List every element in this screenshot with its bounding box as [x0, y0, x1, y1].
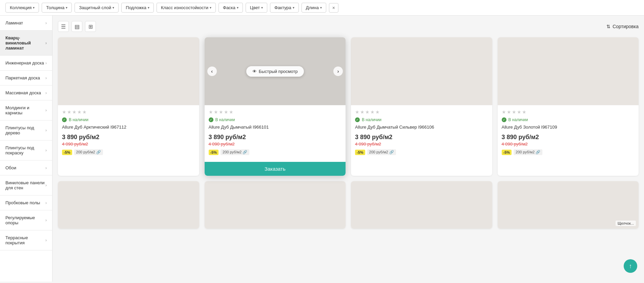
star-5: ★ — [82, 109, 87, 115]
filter-color[interactable]: Цвет ▾ — [246, 3, 267, 13]
arrow-icon: › — [45, 238, 47, 243]
installment-badge-2: 200 руб/м2 🔗 — [221, 149, 249, 155]
discount-row-1: -5% 200 руб/м2 🔗 — [62, 149, 195, 155]
product-image-3 — [351, 37, 492, 105]
sidebar-item-parquet-board-label: Паркетная доска — [5, 75, 40, 80]
quick-view-button-2[interactable]: 👁 Быстрый просмотр — [246, 66, 304, 77]
star-2: ★ — [214, 109, 218, 115]
sidebar-item-vinyl-panels[interactable]: Виниловые панели для стен › — [0, 175, 52, 195]
product-image-2: ‹ 👁 Быстрый просмотр › — [205, 37, 346, 105]
view-controls: ☰ ▤ ⊞ ⇅ Сортировка — [58, 21, 639, 32]
discount-badge-4: -5% — [502, 150, 512, 155]
product-name-3[interactable]: Allure Дуб Дымчатый Сильвер I966106 — [355, 124, 488, 130]
arrow-icon: › — [45, 21, 47, 25]
product-card-7 — [351, 181, 492, 229]
sidebar-item-plinth-paint[interactable]: Плинтусы под покраску › — [0, 140, 52, 161]
filter-texture-label: Фактура — [274, 5, 291, 10]
star-4: ★ — [77, 109, 82, 115]
filter-protective-layer-label: Защитный слой — [79, 5, 111, 10]
view-list-rows-button[interactable]: ☰ — [58, 21, 69, 32]
sidebar-item-moldings[interactable]: Молдинги и карнизы › — [0, 100, 52, 120]
arrow-icon: › — [45, 148, 47, 153]
price-current-1: 3 890 руб/м2 — [62, 134, 195, 141]
scroll-to-top-button[interactable]: ↑ — [624, 259, 637, 273]
filter-bevel[interactable]: Фаска ▾ — [219, 3, 243, 13]
product-name-1[interactable]: Allure Дуб Арктический I967112 — [62, 124, 195, 130]
view-list-button[interactable]: ▤ — [71, 21, 82, 32]
star-3: ★ — [512, 109, 516, 115]
filter-thickness[interactable]: Толщина ▾ — [42, 3, 72, 13]
sidebar-item-cork-floors-label: Пробковые полы — [5, 200, 40, 205]
sidebar-item-adjustable-supports[interactable]: Регулируемые опоры › — [0, 210, 52, 230]
chevron-down-icon: ▾ — [33, 6, 35, 10]
list-rows-icon: ☰ — [61, 23, 66, 30]
sidebar-item-parquet-board[interactable]: Паркетная доска › — [0, 71, 52, 86]
filter-wear-class[interactable]: Класс износостойкости ▾ — [157, 3, 216, 13]
prev-image-button-2[interactable]: ‹ — [207, 67, 217, 76]
star-4: ★ — [517, 109, 521, 115]
product-image-6 — [205, 181, 346, 229]
sidebar-item-quartz-vinyl[interactable]: Кварц-виниловый ламинат › — [0, 31, 52, 56]
availability-label-1: В наличии — [69, 117, 88, 122]
star-5: ★ — [229, 109, 233, 115]
filter-length[interactable]: Длина ▾ — [302, 3, 326, 13]
filter-substrate[interactable]: Подложка ▾ — [121, 3, 154, 13]
arrow-icon: › — [45, 41, 47, 45]
sidebar-item-cork-floors[interactable]: Пробковые полы › — [0, 195, 52, 210]
arrow-icon: › — [45, 91, 47, 95]
sort-icon: ⇅ — [606, 24, 610, 29]
sidebar-item-plinth-paint-label: Плинтусы под покраску — [5, 145, 45, 155]
filter-length-label: Длина — [306, 5, 319, 10]
availability-dot-4 — [502, 117, 506, 122]
arrow-icon: › — [45, 201, 47, 205]
sort-button[interactable]: ⇅ Сортировка — [606, 24, 639, 29]
discount-row-4: -5% 200 руб/м2 🔗 — [502, 149, 635, 155]
availability-dot-3 — [355, 117, 360, 122]
arrow-icon: › — [45, 128, 47, 133]
arrow-icon: › — [45, 166, 47, 170]
star-5: ★ — [375, 109, 380, 115]
sidebar-item-engineering-board[interactable]: Инженерная доска › — [0, 56, 52, 71]
product-image-4 — [498, 37, 639, 105]
arrow-icon: › — [45, 76, 47, 80]
chevron-down-icon: ▾ — [112, 6, 114, 10]
star-rating-1: ★ ★ ★ ★ ★ — [62, 109, 195, 115]
availability-label-3: В наличии — [362, 117, 381, 122]
price-old-1: 4 090 руб/м2 — [62, 142, 195, 147]
sidebar-item-laminat[interactable]: Ламинат › — [0, 16, 52, 31]
star-rating-2: ★ ★ ★ ★ ★ — [209, 109, 342, 115]
star-1: ★ — [502, 109, 506, 115]
main-layout: Ламинат › Кварц-виниловый ламинат › Инже… — [0, 16, 644, 282]
sidebar-item-moldings-label: Молдинги и карнизы — [5, 105, 45, 115]
product-card-4: ★ ★ ★ ★ ★ В наличии Allure Дуб Золотой I… — [498, 37, 639, 176]
product-image-7 — [351, 181, 492, 229]
star-2: ★ — [67, 109, 71, 115]
order-button-2[interactable]: Заказать — [205, 162, 346, 176]
product-name-2[interactable]: Allure Дуб Дымчатый I966101 — [209, 124, 342, 130]
availability-dot-1 — [62, 117, 67, 122]
product-name-4[interactable]: Allure Дуб Золотой I967109 — [502, 124, 635, 130]
sidebar-item-solid-board[interactable]: Массивная доска › — [0, 86, 52, 100]
filter-collection[interactable]: Коллекция ▾ — [5, 3, 39, 13]
product-image-5 — [58, 181, 199, 229]
sidebar-item-laminat-label: Ламинат — [5, 20, 23, 25]
filter-protective-layer[interactable]: Защитный слой ▾ — [75, 3, 119, 13]
availability-label-2: В наличии — [215, 117, 235, 122]
view-grid-button[interactable]: ⊞ — [85, 21, 96, 32]
product-grid: ★ ★ ★ ★ ★ В наличии Allure Дуб Арктическ… — [58, 37, 639, 229]
sidebar-item-terrace-coverings[interactable]: Террасные покрытия › — [0, 230, 52, 250]
sidebar-item-adjustable-supports-label: Регулируемые опоры — [5, 215, 45, 225]
star-2: ★ — [360, 109, 365, 115]
availability-1: В наличии — [62, 117, 195, 122]
star-3: ★ — [72, 109, 77, 115]
sidebar-item-plinth-wood[interactable]: Плинтусы под дерево › — [0, 120, 52, 140]
filter-texture[interactable]: Фактура ▾ — [270, 3, 299, 13]
next-image-button-2[interactable]: › — [333, 67, 343, 76]
price-old-4: 4 090 руб/м2 — [502, 142, 635, 147]
list-icon: ▤ — [75, 23, 80, 30]
star-4: ★ — [224, 109, 228, 115]
watermark-label: Щелчок... — [616, 221, 636, 226]
price-current-3: 3 890 руб/м2 — [355, 134, 488, 141]
clear-filters-button[interactable]: × — [329, 3, 338, 13]
sidebar-item-wallpaper[interactable]: Обои › — [0, 161, 52, 175]
